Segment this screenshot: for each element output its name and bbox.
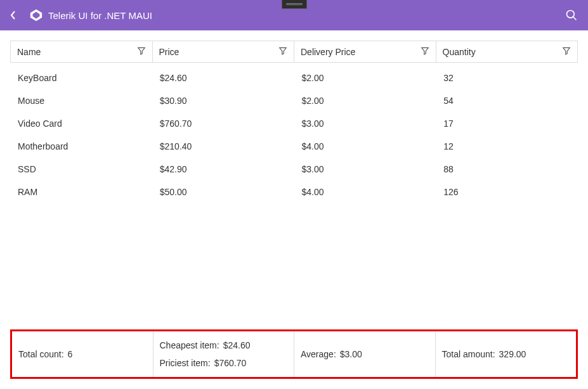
cell-price: $30.90	[152, 89, 294, 112]
cell-delivery: $3.00	[294, 158, 436, 181]
grid-body: KeyBoard $24.60 $2.00 32 Mouse $30.90 $2…	[10, 63, 578, 329]
footer-total-value: 329.00	[499, 349, 526, 359]
cell-delivery: $2.00	[294, 89, 436, 112]
back-button[interactable]	[10, 10, 23, 20]
search-button[interactable]	[565, 9, 578, 22]
svg-point-0	[567, 11, 575, 18]
column-header-label: Quantity	[443, 47, 476, 57]
filter-icon[interactable]	[278, 46, 287, 57]
filter-icon[interactable]	[137, 46, 146, 57]
column-header-label: Delivery Price	[301, 47, 355, 57]
cell-price: $50.00	[152, 181, 294, 203]
cell-name: KeyBoard	[10, 67, 152, 89]
footer-average-label: Average:	[301, 349, 336, 359]
telerik-logo-icon	[29, 8, 43, 22]
cell-delivery: $4.00	[294, 181, 436, 203]
cell-price: $760.70	[152, 112, 294, 135]
footer-priciest-value: $760.70	[214, 358, 247, 368]
column-header-delivery[interactable]: Delivery Price	[294, 41, 436, 62]
cell-delivery: $4.00	[294, 135, 436, 158]
cell-qty: 32	[436, 67, 578, 89]
cell-name: Mouse	[10, 89, 152, 112]
search-icon	[565, 9, 578, 22]
window-handle[interactable]	[282, 0, 307, 9]
cell-price: $42.90	[152, 158, 294, 181]
table-row[interactable]: KeyBoard $24.60 $2.00 32	[10, 67, 578, 89]
footer-average: Average: $3.00	[294, 331, 436, 377]
filter-icon[interactable]	[562, 46, 571, 57]
footer-count-value: 6	[68, 349, 73, 359]
table-row[interactable]: Mouse $30.90 $2.00 54	[10, 89, 578, 112]
cell-name: Video Card	[10, 112, 152, 135]
footer-price-stats: Cheapest item: $24.60 Priciest item: $76…	[154, 331, 295, 377]
grid-footer: Total count: 6 Cheapest item: $24.60 Pri…	[10, 329, 578, 379]
cell-price: $210.40	[152, 135, 294, 158]
footer-priciest-label: Priciest item:	[160, 358, 211, 368]
cell-delivery: $3.00	[294, 112, 436, 135]
table-row[interactable]: Video Card $760.70 $3.00 17	[10, 112, 578, 135]
column-header-price[interactable]: Price	[153, 41, 295, 62]
cell-name: Motherboard	[10, 135, 152, 158]
footer-average-value: $3.00	[340, 349, 362, 359]
content: Name Price Delivery Price Quantity	[0, 30, 588, 389]
column-header-label: Name	[17, 47, 41, 57]
column-header-quantity[interactable]: Quantity	[436, 41, 578, 62]
app-title: Telerik UI for .NET MAUI	[48, 10, 152, 21]
footer-cheapest-label: Cheapest item:	[160, 340, 219, 350]
column-header-name[interactable]: Name	[11, 41, 153, 62]
cell-qty: 12	[436, 135, 578, 158]
footer-count: Total count: 6	[12, 331, 154, 377]
cell-price: $24.60	[152, 67, 294, 89]
filter-icon[interactable]	[421, 46, 429, 57]
footer-total-label: Total amount:	[442, 349, 495, 359]
chevron-left-icon	[10, 10, 16, 20]
footer-count-label: Total count:	[18, 349, 64, 359]
cell-qty: 126	[436, 181, 578, 203]
cell-delivery: $2.00	[294, 67, 436, 89]
grid-header: Name Price Delivery Price Quantity	[10, 41, 578, 63]
cell-qty: 17	[436, 112, 578, 135]
cell-qty: 54	[436, 89, 578, 112]
table-row[interactable]: Motherboard $210.40 $4.00 12	[10, 135, 578, 158]
data-grid: Name Price Delivery Price Quantity	[10, 41, 578, 379]
footer-total: Total amount: 329.00	[436, 331, 577, 377]
svg-line-1	[573, 17, 577, 20]
table-row[interactable]: SSD $42.90 $3.00 88	[10, 158, 578, 181]
column-header-label: Price	[159, 47, 180, 57]
cell-name: RAM	[10, 181, 152, 203]
footer-cheapest-value: $24.60	[223, 340, 251, 350]
table-row[interactable]: RAM $50.00 $4.00 126	[10, 181, 578, 203]
cell-qty: 88	[436, 158, 578, 181]
cell-name: SSD	[10, 158, 152, 181]
